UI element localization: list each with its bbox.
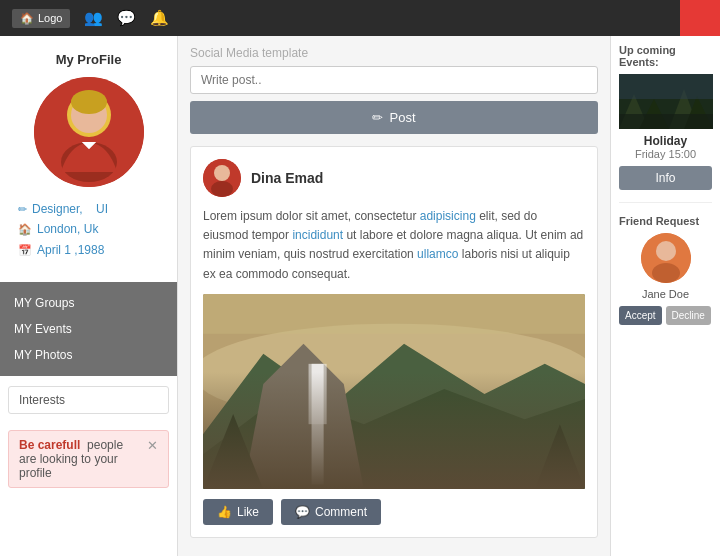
events-section: Up coming Events: Holiday Friday 15:00 I bbox=[619, 44, 712, 190]
svg-point-27 bbox=[652, 263, 680, 283]
svg-point-7 bbox=[211, 181, 233, 197]
post-actions: 👍 Like 💬 Comment bbox=[203, 499, 585, 525]
sidebar-item-groups[interactable]: MY Groups bbox=[0, 290, 177, 316]
main-layout: My ProFile bbox=[0, 36, 720, 556]
svg-rect-24 bbox=[619, 74, 713, 99]
friend-name: Jane Doe bbox=[619, 288, 712, 300]
birthday-item: 📅 April 1 ,1988 bbox=[18, 240, 159, 260]
right-sidebar: Up coming Events: Holiday Friday 15:00 I bbox=[610, 36, 720, 556]
sidebar-item-photos[interactable]: MY Photos bbox=[0, 342, 177, 368]
svg-point-9 bbox=[203, 323, 585, 424]
link-adipisicing[interactable]: adipisicing bbox=[420, 209, 476, 223]
svg-rect-23 bbox=[619, 114, 713, 129]
info-button[interactable]: Info bbox=[619, 166, 712, 190]
logo[interactable]: 🏠 Logo bbox=[12, 9, 70, 28]
pencil-icon: ✏ bbox=[18, 200, 27, 219]
calendar-icon: 📅 bbox=[18, 241, 32, 260]
post-body: Lorem ipsum dolor sit amet, consectetur … bbox=[203, 207, 585, 284]
sidebar-item-events[interactable]: MY Events bbox=[0, 316, 177, 342]
event-image bbox=[619, 74, 713, 129]
profile-section: My ProFile bbox=[0, 36, 177, 270]
left-sidebar: My ProFile bbox=[0, 36, 178, 556]
svg-point-4 bbox=[71, 90, 107, 114]
svg-marker-16 bbox=[535, 424, 585, 489]
profile-info: ✏ Designer, UI 🏠 London, Uk 📅 April 1 ,1… bbox=[10, 199, 167, 260]
post-author-name: Dina Emad bbox=[251, 170, 323, 186]
decline-button[interactable]: Decline bbox=[666, 306, 711, 325]
home-small-icon: 🏠 bbox=[18, 220, 32, 239]
svg-marker-15 bbox=[203, 414, 263, 489]
event-time: Friday 15:00 bbox=[619, 148, 712, 160]
svg-point-26 bbox=[656, 241, 676, 261]
role-item: ✏ Designer, UI bbox=[18, 199, 159, 219]
avatar bbox=[34, 77, 144, 187]
svg-rect-13 bbox=[312, 364, 324, 485]
chat-icon[interactable]: 💬 bbox=[117, 9, 136, 27]
svg-rect-14 bbox=[309, 364, 327, 424]
logo-label: Logo bbox=[38, 12, 62, 24]
post-header: Dina Emad bbox=[203, 159, 585, 197]
friend-actions: Accept Decline bbox=[619, 306, 712, 325]
accept-button[interactable]: Accept bbox=[619, 306, 662, 325]
write-post-input[interactable] bbox=[190, 66, 598, 94]
pencil-post-icon: ✏ bbox=[372, 110, 383, 125]
navbar: 🏠 Logo 👥 💬 🔔 bbox=[0, 0, 720, 36]
warning-box: Be carefull people are looking to your p… bbox=[8, 430, 169, 488]
thumbs-up-icon: 👍 bbox=[217, 505, 232, 519]
social-label: Social Media template bbox=[190, 46, 598, 60]
warning-text: Be carefull people are looking to your p… bbox=[19, 438, 143, 480]
friend-section: Friend Request Jane Doe Accept Decline bbox=[619, 215, 712, 325]
friend-avatar bbox=[641, 233, 691, 283]
comment-icon: 💬 bbox=[295, 505, 310, 519]
post-card: Dina Emad Lorem ipsum dolor sit amet, co… bbox=[190, 146, 598, 538]
post-image bbox=[203, 294, 585, 489]
home-icon: 🏠 bbox=[20, 12, 34, 25]
warning-close-icon[interactable]: ✕ bbox=[147, 438, 158, 453]
location-item: 🏠 London, Uk bbox=[18, 219, 159, 239]
svg-point-6 bbox=[214, 165, 230, 181]
profile-title: My ProFile bbox=[56, 52, 122, 67]
role-text: Designer, bbox=[32, 199, 83, 219]
post-author-avatar bbox=[203, 159, 241, 197]
svg-marker-11 bbox=[203, 389, 585, 489]
friend-request-title: Friend Request bbox=[619, 215, 712, 227]
avatar-svg bbox=[34, 77, 144, 187]
red-bar bbox=[680, 0, 720, 36]
main-content: Social Media template ✏ Post Dina Emad L… bbox=[178, 36, 610, 556]
birthday-text: April 1 ,1988 bbox=[37, 240, 104, 260]
bell-icon[interactable]: 🔔 bbox=[150, 9, 169, 27]
link-incididunt[interactable]: incididunt bbox=[292, 228, 343, 242]
like-button[interactable]: 👍 Like bbox=[203, 499, 273, 525]
role-link[interactable]: UI bbox=[96, 199, 108, 219]
people-icon[interactable]: 👥 bbox=[84, 9, 103, 27]
divider bbox=[619, 202, 712, 203]
link-ullamco[interactable]: ullamco bbox=[417, 247, 458, 261]
interests-label: Interests bbox=[19, 393, 65, 407]
svg-rect-17 bbox=[203, 294, 585, 334]
comment-button[interactable]: 💬 Comment bbox=[281, 499, 381, 525]
location-text: London, Uk bbox=[37, 219, 98, 239]
events-title: Up coming Events: bbox=[619, 44, 712, 68]
post-button[interactable]: ✏ Post bbox=[190, 101, 598, 134]
warning-bold: Be carefull bbox=[19, 438, 80, 452]
interests-box: Interests bbox=[8, 386, 169, 414]
event-name: Holiday bbox=[619, 134, 712, 148]
sidebar-nav: MY Groups MY Events MY Photos bbox=[0, 282, 177, 376]
